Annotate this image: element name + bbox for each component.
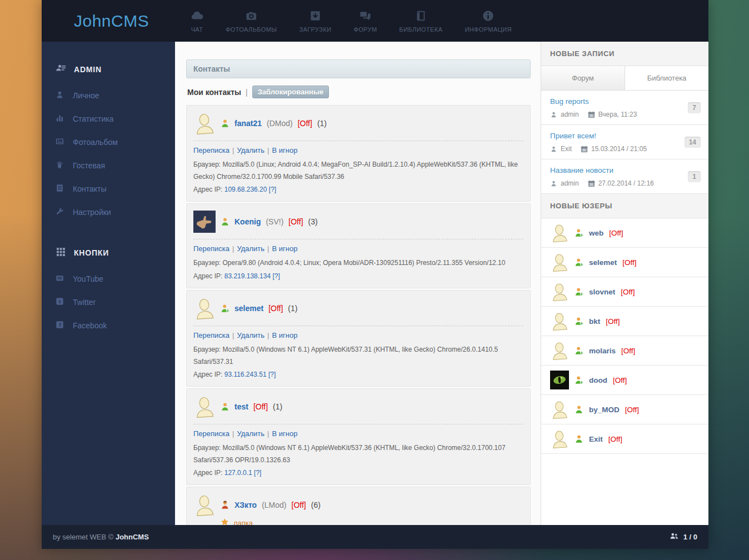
user-name-link[interactable]: Exit: [589, 435, 603, 443]
author-icon: [550, 180, 557, 187]
camera-icon: [245, 9, 258, 22]
johncms-window: JohnCMS ЧАТ ФОТОАЛЬБОМЫ ЗАГРУЗКИ: [42, 0, 708, 549]
sidebar-item-label: Facebook: [73, 321, 107, 330]
action-messages-link[interactable]: Переписка: [193, 331, 229, 339]
contact-header: ХЗкто (LMod) [Off] (6): [193, 494, 523, 516]
ip-help-link[interactable]: [?]: [269, 186, 276, 193]
user-name-link[interactable]: bkt: [589, 317, 600, 326]
sidebar-item[interactable]: Статистика: [42, 107, 175, 131]
default-avatar[interactable]: [550, 312, 569, 331]
sidebar-item[interactable]: f Facebook: [42, 314, 175, 337]
default-avatar[interactable]: [193, 297, 216, 319]
post-title-link[interactable]: Привет всем!: [550, 132, 596, 140]
footer-brand-link[interactable]: JohnCMS: [116, 533, 149, 541]
default-avatar[interactable]: [550, 282, 569, 301]
user-row: Exit [Off]: [541, 424, 708, 454]
user-name-link[interactable]: by_MOD: [589, 406, 620, 414]
contact-role: (LMod): [262, 501, 286, 509]
calendar-icon: 31: [588, 180, 595, 187]
tab-library[interactable]: Библиотека: [625, 66, 708, 90]
action-ignore-link[interactable]: В игнор: [272, 146, 297, 154]
action-ignore-link[interactable]: В игнор: [272, 429, 297, 438]
action-messages-link[interactable]: Переписка: [193, 146, 229, 154]
twitter-icon: t: [55, 297, 64, 308]
nav-item[interactable]: ЧАТ: [191, 9, 203, 33]
default-avatar[interactable]: [193, 494, 216, 516]
action-ignore-link[interactable]: В игнор: [272, 331, 297, 339]
contact-name-link[interactable]: Koenig: [234, 217, 261, 226]
sidebar-item[interactable]: Личное: [42, 84, 175, 107]
user-name-link[interactable]: slovnet: [589, 288, 615, 296]
nav-item[interactable]: ФОТОАЛЬБОМЫ: [226, 9, 277, 33]
nav-item[interactable]: ИНФОРМАЦИЯ: [465, 9, 511, 33]
user-name-link[interactable]: molaris: [589, 347, 616, 355]
action-messages-link[interactable]: Переписка: [193, 244, 229, 253]
tab-blocked-button[interactable]: Заблокированные: [252, 86, 329, 98]
contact-card: Koenig (SV!) [Off] (3) Переписка|Удалить…: [186, 203, 531, 288]
sidebar-item[interactable]: Фотоальбом: [42, 131, 175, 154]
nav-item[interactable]: ЗАГРУЗКИ: [299, 9, 331, 33]
contact-name-link[interactable]: fanat21: [234, 119, 262, 128]
user-name-link[interactable]: selemet: [589, 258, 617, 267]
nav-item[interactable]: БИБЛИОТЕКА: [400, 9, 443, 33]
new-posts-header: НОВЫЕ ЗАПИСИ: [541, 42, 708, 66]
action-messages-link[interactable]: Переписка: [193, 429, 229, 438]
content-area: Контакты Мои контакты | Заблокированные: [175, 42, 708, 525]
user-row: dood [Off]: [541, 366, 708, 395]
user-status: [Off]: [621, 347, 635, 355]
user-name-link[interactable]: web: [589, 229, 603, 237]
ip-help-link[interactable]: [?]: [272, 272, 279, 280]
new-users-header: НОВЫЕ ЮЗЕРЫ: [541, 194, 708, 218]
nav-item-label: ФОТОАЛЬБОМЫ: [226, 26, 277, 33]
sidebar-section-admin: ADMIN: [42, 56, 175, 84]
ip-link[interactable]: 109.68.236.20: [224, 186, 267, 193]
contact-note-text: лапка: [233, 519, 253, 525]
contact-name-link[interactable]: test: [234, 402, 248, 411]
default-avatar[interactable]: [193, 396, 216, 418]
nav-item[interactable]: ФОРУМ: [353, 9, 377, 33]
default-avatar[interactable]: [550, 429, 569, 448]
post-title-link[interactable]: Название новости: [550, 166, 613, 174]
contact-actions: Переписка|Удалить|В игнор: [193, 146, 523, 154]
svg-text:31: 31: [590, 183, 593, 186]
nav-item-label: ЧАТ: [191, 26, 203, 33]
default-avatar[interactable]: [193, 112, 216, 134]
contact-header: fanat21 (DMod) [Off] (1): [193, 112, 523, 134]
footer-bar: by selemet WEB © JohnCMS 1 / 0: [42, 525, 708, 549]
ip-help-link[interactable]: [?]: [254, 469, 261, 477]
user-add-icon: [575, 258, 583, 267]
action-delete-link[interactable]: Удалить: [237, 429, 264, 438]
default-avatar[interactable]: [550, 341, 569, 360]
default-avatar[interactable]: [550, 253, 569, 272]
action-delete-link[interactable]: Удалить: [237, 331, 264, 339]
wrench-icon: [55, 207, 64, 218]
ip-help-link[interactable]: [?]: [268, 371, 276, 378]
tab-forum[interactable]: Форум: [541, 66, 625, 90]
ip-link[interactable]: 127.0.0.1: [224, 469, 252, 477]
default-avatar[interactable]: [550, 223, 569, 242]
post-title-link[interactable]: Bug reports: [550, 97, 589, 106]
user-status: [Off]: [622, 258, 636, 267]
sidebar-item[interactable]: Контакты: [42, 177, 175, 201]
app-logo[interactable]: JohnCMS: [42, 0, 175, 42]
ip-link[interactable]: 93.116.243.51: [224, 371, 267, 378]
custom-avatar[interactable]: [193, 211, 216, 233]
custom-avatar[interactable]: [550, 371, 569, 389]
contact-count: (1): [273, 402, 282, 411]
sidebar-item[interactable]: Настройки: [42, 201, 175, 224]
contact-name-link[interactable]: ХЗкто: [234, 501, 257, 509]
action-delete-link[interactable]: Удалить: [237, 244, 264, 253]
action-ignore-link[interactable]: В игнор: [272, 244, 297, 253]
sidebar-item[interactable]: YouTube: [42, 267, 175, 291]
contact-actions: Переписка|Удалить|В игнор: [193, 331, 523, 339]
ip-label: Адрес IP:: [193, 186, 222, 193]
action-delete-link[interactable]: Удалить: [237, 146, 264, 154]
user-name-link[interactable]: dood: [589, 376, 607, 384]
sidebar-item[interactable]: Гостевая: [42, 154, 175, 177]
default-avatar[interactable]: [550, 400, 569, 419]
user-online-icon: [221, 402, 229, 411]
ip-link[interactable]: 83.219.138.134: [224, 272, 271, 280]
body-row: ADMIN Личное Статистика Фотоальбом: [42, 42, 708, 525]
sidebar-item[interactable]: t Twitter: [42, 291, 175, 314]
contact-name-link[interactable]: selemet: [234, 304, 263, 313]
